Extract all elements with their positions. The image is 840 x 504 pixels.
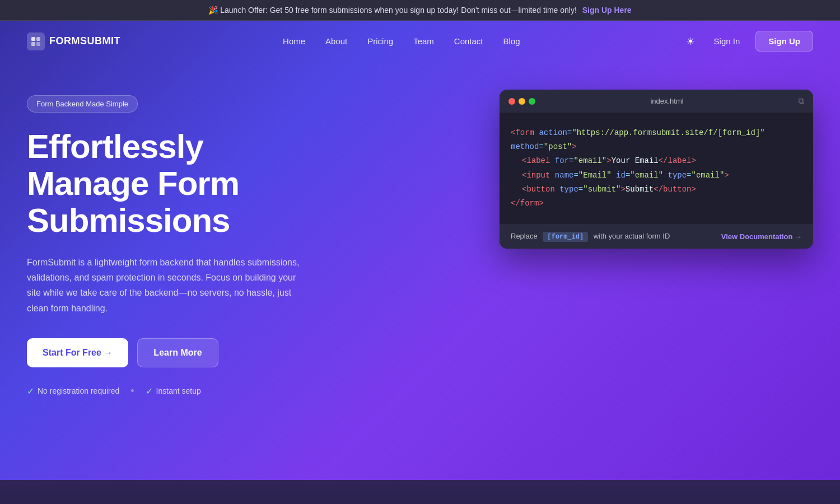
check-icon-2: ✓	[146, 386, 153, 396]
code-tag: <form	[511, 128, 534, 137]
code-line-4: <button type="submit">Submit</button>	[511, 183, 802, 197]
code-footer-suffix: with your actual form ID	[594, 232, 670, 240]
feature-instant-setup: ✓ Instant setup	[146, 386, 201, 396]
sun-icon: ☀	[686, 35, 695, 48]
code-footer-highlight: [form_id]	[543, 232, 588, 242]
hero-title: EffortlesslyManage FormSubmissions	[27, 128, 352, 239]
code-line-5: </form>	[511, 197, 802, 211]
copy-icon[interactable]: ⧉	[799, 96, 804, 106]
feature-instant-setup-label: Instant setup	[156, 386, 201, 395]
svg-rect-0	[31, 37, 35, 41]
announcement-bar: 🎉 Launch Offer: Get 50 free form submiss…	[0, 0, 840, 21]
nav-actions: ☀ Sign In Sign Up	[683, 31, 813, 52]
code-titlebar: index.html ⧉	[500, 90, 813, 113]
nav-team[interactable]: Team	[413, 36, 434, 46]
view-docs-link[interactable]: View Documentation →	[721, 232, 802, 241]
feature-no-registration-label: No registration required	[38, 386, 119, 395]
nav-links: Home About Pricing Team Contact Blog	[283, 36, 520, 46]
code-window: index.html ⧉ <form action="https://app.f…	[500, 90, 813, 249]
hero-features: ✓ No registration required • ✓ Instant s…	[27, 385, 352, 397]
feature-no-registration: ✓ No registration required	[27, 386, 119, 396]
code-footer-prefix: Replace	[511, 232, 538, 240]
hero-buttons: Start For Free → Learn More	[27, 338, 352, 367]
logo-icon	[27, 32, 45, 50]
navbar: FORMSUBMIT Home About Pricing Team Conta…	[0, 21, 840, 62]
bottom-section	[0, 480, 840, 504]
hero-description: FormSubmit is a lightweight form backend…	[27, 255, 307, 316]
signin-button[interactable]: Sign In	[705, 32, 749, 50]
logo-link[interactable]: FORMSUBMIT	[27, 32, 120, 50]
announcement-text: 🎉 Launch Offer: Get 50 free form submiss…	[208, 6, 577, 15]
window-maximize-dot	[529, 98, 535, 105]
svg-rect-1	[36, 37, 40, 41]
signup-button[interactable]: Sign Up	[755, 31, 813, 52]
code-line-2: <label for="email">Your Email</label>	[511, 154, 802, 168]
code-footer-info: Replace [form_id] with your actual form …	[511, 232, 670, 241]
nav-blog[interactable]: Blog	[503, 36, 520, 46]
check-icon-1: ✓	[27, 386, 34, 396]
learn-more-button[interactable]: Learn More	[137, 338, 218, 367]
code-line-1: <form action="https://app.formsubmit.sit…	[511, 126, 802, 154]
nav-pricing[interactable]: Pricing	[367, 36, 393, 46]
svg-rect-2	[31, 42, 35, 46]
code-line-3: <input name="Email" id="email" type="ema…	[511, 169, 802, 183]
svg-rect-3	[36, 42, 40, 46]
announcement-cta[interactable]: Sign Up Here	[582, 6, 632, 15]
hero-badge: Form Backend Made Simple	[27, 95, 138, 113]
code-attr: action	[539, 128, 567, 137]
window-minimize-dot	[519, 98, 525, 105]
start-free-button[interactable]: Start For Free →	[27, 338, 128, 367]
hero-section: FORMSUBMIT Home About Pricing Team Conta…	[0, 21, 840, 480]
hero-content: Form Backend Made Simple EffortlesslyMan…	[0, 62, 840, 431]
code-footer: Replace [form_id] with your actual form …	[500, 224, 813, 249]
nav-home[interactable]: Home	[283, 36, 305, 46]
window-close-dot	[508, 98, 515, 105]
feature-separator: •	[130, 385, 134, 397]
window-title: index.html	[650, 97, 683, 105]
code-attr-method: method	[511, 142, 539, 151]
hero-right: index.html ⧉ <form action="https://app.f…	[500, 90, 813, 249]
theme-toggle-button[interactable]: ☀	[683, 32, 698, 51]
hero-left: Form Backend Made Simple EffortlesslyMan…	[27, 84, 352, 397]
nav-about[interactable]: About	[325, 36, 347, 46]
logo-text: FORMSUBMIT	[49, 35, 120, 47]
window-dots	[508, 98, 535, 105]
code-body: <form action="https://app.formsubmit.sit…	[500, 113, 813, 224]
nav-contact[interactable]: Contact	[454, 36, 483, 46]
